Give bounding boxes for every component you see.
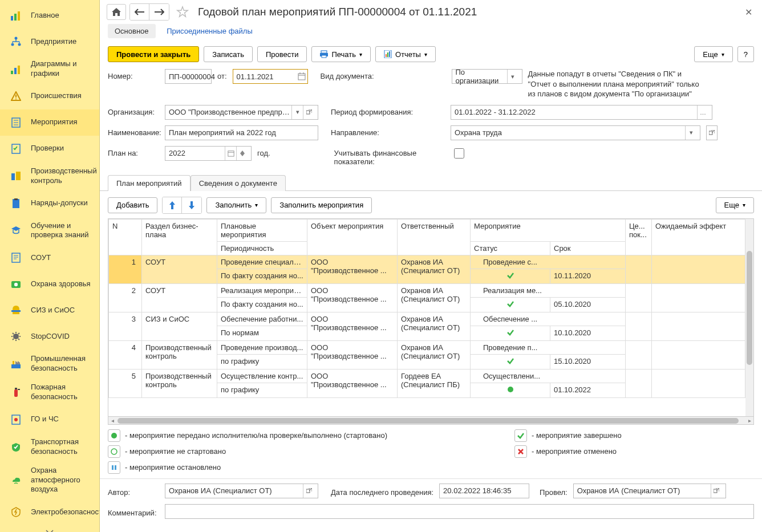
posted-by-field[interactable]: Охранов ИА (Специалист ОТ) (573, 484, 726, 498)
scroll-left-icon[interactable]: ◂ (108, 417, 116, 425)
col-target[interactable]: Це... пок... (626, 219, 652, 255)
sidebar-item-4[interactable]: Мероприятия (0, 109, 99, 136)
sub-more-button[interactable]: Еще ▾ (716, 197, 754, 213)
sidebar-item-10[interactable]: Охрана здоровья (0, 271, 99, 297)
home-button[interactable] (107, 4, 126, 20)
col-n[interactable]: N (109, 219, 142, 255)
tab-info[interactable]: Сведения о документе (190, 175, 286, 191)
svg-rect-10 (11, 71, 13, 74)
forward-button[interactable] (149, 4, 169, 20)
sidebar-item-13[interactable]: Промышленная безопасность (0, 350, 99, 378)
ellipsis-icon[interactable]: … (697, 105, 708, 119)
sidebar-item-18[interactable]: Электробезопасность (0, 499, 99, 525)
sidebar-item-16[interactable]: Транспортная безопасность (0, 433, 99, 461)
sidebar-item-15[interactable]: ГО и ЧС (0, 407, 99, 433)
table-row[interactable]: 3СИЗ и СиОСОбеспечение работни...ООО "Пр… (109, 312, 753, 326)
fin-checkbox[interactable] (454, 148, 464, 159)
more-button[interactable]: Еще ▾ (694, 46, 732, 62)
last-post-field[interactable]: 20.02.2022 18:46:35 (439, 484, 529, 498)
dropdown-icon[interactable]: ▾ (685, 126, 696, 140)
fill-events-button[interactable]: Заполнить мероприятия (271, 197, 372, 213)
post-close-button[interactable]: Провести и закрыть (108, 46, 199, 62)
help-button[interactable]: ? (737, 46, 754, 62)
sidebar-item-5[interactable]: Проверки (0, 136, 99, 162)
author-field[interactable]: Охранов ИА (Специалист ОТ) (165, 484, 318, 498)
sidebar-item-11[interactable]: СИЗ и СиОС (0, 297, 99, 323)
dropdown-icon[interactable]: ▾ (507, 70, 518, 83)
table-row[interactable]: 1СОУТПроведение специаль...ООО "Производ… (109, 255, 753, 269)
open-icon[interactable] (711, 484, 722, 498)
calendar-icon[interactable] (225, 147, 236, 160)
move-up-button[interactable] (163, 197, 182, 213)
sidebar-item-17[interactable]: Охрана атмосферного воздуха (0, 461, 99, 499)
number-field[interactable]: ПП-00000004 (165, 69, 212, 84)
col-object[interactable]: Объект мероприятия (307, 219, 398, 255)
col-status[interactable]: Статус (471, 241, 550, 255)
open-direction[interactable] (706, 125, 718, 140)
sidebar-item-12[interactable]: StopCOVID (0, 323, 99, 350)
col-section[interactable]: Раздел бизнес-плана (142, 219, 217, 255)
org-field[interactable]: ООО "Производственное предприятие" ▾ (165, 105, 318, 120)
sidebar-item-6[interactable]: Производственный контроль (0, 162, 99, 190)
sidebar-item-1[interactable]: Предприятие (0, 29, 99, 55)
svg-rect-68 (112, 465, 114, 470)
svg-point-67 (111, 449, 117, 454)
from-label: от: (217, 69, 227, 80)
col-planned[interactable]: Плановые мероприятия (217, 219, 307, 241)
subtab-files[interactable]: Присоединенные файлы (160, 24, 260, 38)
sidebar-item-14[interactable]: Пожарная безопасность (0, 378, 99, 407)
sub-toolbar: Добавить Заполнить ▾ Заполнить мероприят… (100, 191, 762, 218)
doc-type-field[interactable]: По организации ▾ (452, 69, 522, 84)
svg-rect-48 (321, 51, 327, 53)
sidebar-item-3[interactable]: Происшествия (0, 83, 99, 109)
sidebar-item-9[interactable]: СОУТ (0, 245, 99, 271)
scroll-right-icon[interactable]: ▸ (745, 417, 753, 425)
sidebar-item-0[interactable]: Главное (0, 2, 99, 29)
move-down-button[interactable] (182, 197, 201, 213)
reports-button[interactable]: Отчеты ▾ (375, 46, 436, 62)
col-effect[interactable]: Ожидаемый эффект (652, 219, 745, 255)
sidebar-item-label: Пожарная безопасность (31, 383, 94, 402)
air-icon (8, 472, 24, 488)
direction-field[interactable]: Охрана труда ▾ (451, 125, 700, 140)
add-button[interactable]: Добавить (108, 197, 157, 213)
vscrollbar[interactable] (745, 219, 753, 416)
hscrollbar[interactable]: ◂ ▸ (108, 417, 754, 425)
open-icon[interactable] (303, 105, 314, 119)
sidebar-item-2[interactable]: Диаграммы и графики (0, 55, 99, 83)
post-button[interactable]: Провести (257, 46, 307, 62)
col-periodicity[interactable]: Периодичность (217, 241, 307, 255)
favorite-icon[interactable] (176, 6, 189, 18)
table-row[interactable]: 4Производственный контрольПроведение про… (109, 340, 753, 354)
close-button[interactable]: ✕ (741, 5, 755, 19)
sidebar-item-8[interactable]: Обучение и проверка знаний (0, 217, 99, 245)
back-button[interactable] (130, 4, 149, 20)
table[interactable]: N Раздел бизнес-плана Плановые мероприят… (108, 218, 754, 417)
col-date[interactable]: Срок (550, 241, 626, 255)
col-event[interactable]: Мероприятие (471, 219, 626, 241)
svg-point-32 (13, 334, 19, 339)
fill-button[interactable]: Заполнить ▾ (206, 197, 266, 213)
open-icon[interactable] (303, 484, 314, 498)
main-content: Годовой план мероприятий ПП-00000004 от … (100, 0, 762, 532)
col-responsible[interactable]: Ответственный (398, 219, 471, 255)
subtab-main[interactable]: Основное (108, 24, 156, 38)
calendar-icon[interactable] (296, 70, 307, 83)
sidebar-item-7[interactable]: Наряды-допуски (0, 190, 99, 217)
comment-field[interactable] (165, 504, 754, 519)
date-field[interactable]: 01.11.2021 (233, 69, 308, 84)
stepper-icon[interactable] (236, 147, 248, 160)
health-icon (8, 276, 24, 292)
svg-rect-69 (115, 465, 116, 470)
name-field[interactable]: План мероприятий на 2022 год (165, 125, 318, 140)
sidebar-item-label: Производственный контроль (31, 166, 97, 186)
dropdown-icon[interactable]: ▾ (291, 105, 303, 119)
print-button[interactable]: Печать ▾ (311, 46, 371, 62)
table-row[interactable]: 5Производственный контрольОсуществление … (109, 369, 753, 383)
tab-plan[interactable]: План мероприятий (108, 175, 190, 191)
sidebar-more[interactable] (0, 525, 99, 532)
plan-for-field[interactable]: 2022 (165, 146, 252, 161)
period-field[interactable]: 01.01.2022 - 31.12.2022 … (451, 105, 712, 120)
save-button[interactable]: Записать (204, 46, 253, 62)
table-row[interactable]: 2СОУТРеализация мероприя...ООО "Производ… (109, 283, 753, 297)
